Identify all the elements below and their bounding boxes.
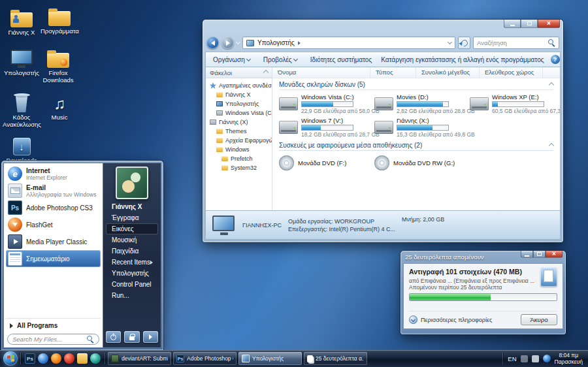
start-item-media-player-classic[interactable]: Media Player Classic (6, 233, 101, 250)
search-box[interactable] (473, 37, 559, 49)
start-item-internet[interactable]: e InternetInternet Explorer (6, 165, 101, 182)
language-indicator[interactable]: EN (508, 355, 516, 362)
views-menu[interactable]: Προβολές (261, 55, 300, 65)
tree-item-prefetch[interactable]: Prefetch (206, 154, 272, 163)
expand-details-button[interactable] (409, 315, 417, 324)
more-info-label[interactable]: Περισσότερες πληροφορίες (421, 317, 492, 323)
capacity-bar (301, 125, 353, 131)
start-search-input[interactable] (12, 336, 87, 343)
start-item-photoshop[interactable]: Ps Adobe Photoshop CS3 (6, 199, 101, 216)
drive-item-x[interactable]: Γιάννης (Χ:)15,3 GB ελεύθερα από 49,8 GB (374, 116, 470, 138)
uninstall-program-button[interactable]: Κατάργηση εγκατάστασης ή αλλαγή ενός προ… (378, 55, 546, 65)
tree-item-program-files[interactable]: Αρχεία Εφαρμογών (206, 136, 272, 145)
copy-dialog-titlebar[interactable]: 25 δευτερόλεπτα απομένουν × (403, 251, 563, 263)
address-dropdown-icon[interactable] (448, 40, 452, 44)
start-item-flashget[interactable]: FlashGet (6, 216, 101, 233)
all-programs-button[interactable]: All Programs (6, 318, 101, 332)
taskbtn-computer[interactable]: Υπολογιστής (238, 352, 302, 365)
back-button[interactable] (206, 37, 219, 49)
system-properties-button[interactable]: Ιδιότητες συστήματος (308, 55, 375, 65)
shutdown-options-button[interactable] (143, 331, 158, 343)
start-right-user[interactable]: Γιάννης Χ (103, 201, 161, 212)
column-header-name[interactable]: Όνομα (272, 67, 370, 78)
desktop-icon-music[interactable]: ♫ Music (41, 90, 78, 121)
folders-header[interactable]: Φάκελοι (206, 67, 272, 78)
quicklaunch-firefox-icon[interactable] (51, 353, 61, 364)
tree-item-windows-vista-c[interactable]: Windows Vista (C) (206, 108, 272, 118)
tray-icon[interactable] (521, 355, 528, 362)
forward-button[interactable] (221, 37, 234, 49)
start-right-music[interactable]: Μουσική (103, 234, 161, 246)
tray-icon[interactable] (532, 355, 539, 362)
group-header-hard-drives[interactable]: Μονάδες σκληρών δίσκων (5) (279, 81, 553, 90)
desktop-icon-user-folder[interactable]: Γιάννης Χ (3, 5, 41, 37)
minimize-button[interactable] (504, 20, 521, 28)
power-button[interactable] (106, 331, 121, 343)
taskbtn-photoshop[interactable]: PsAdobe Photoshop C... (173, 352, 237, 365)
quicklaunch-photoshop-icon[interactable]: Ps (25, 353, 35, 364)
search-input[interactable] (477, 39, 548, 46)
tree-item-themes[interactable]: Themes (206, 127, 272, 136)
close-button[interactable]: × (538, 20, 560, 28)
close-button[interactable]: × (546, 251, 563, 258)
taskbtn-copy-dialog[interactable]: 25 δευτερόλεπτα α... (304, 352, 367, 365)
organize-menu[interactable]: Οργάνωση (210, 55, 253, 65)
maximize-button[interactable] (521, 20, 538, 28)
drive-item-c[interactable]: Windows Vista (C:)22,9 GB ελεύθερα από 5… (279, 93, 374, 114)
tree-item-user[interactable]: Γιάννης Χ (206, 90, 272, 99)
tree-item-favorite-links[interactable]: Αγαπημένες συνδέσεις (206, 81, 272, 90)
breadcrumb-segment[interactable]: Υπολογιστής (257, 39, 295, 46)
explorer-titlebar[interactable]: × (205, 20, 561, 34)
drive-item-d[interactable]: Movies (D:)2,82 GB ελεύθερα από 28,8 GB (374, 93, 470, 114)
quicklaunch-flashget-icon[interactable] (64, 353, 74, 364)
quicklaunch-browser-icon[interactable] (38, 353, 48, 364)
desktop-icon-label: Υπολογιστής (3, 70, 41, 77)
column-header-total-size[interactable]: Συνολικό μέγεθος (416, 67, 480, 78)
start-item-notepad[interactable]: Σημειωματάριο (6, 250, 101, 267)
lock-button[interactable] (124, 331, 139, 343)
quicklaunch-folder-icon[interactable] (77, 353, 88, 364)
collapse-icon[interactable] (549, 142, 554, 148)
desktop-icon-recycle-bin[interactable]: Κάδος Ανακύκλωσης (3, 90, 41, 129)
start-search-box[interactable] (7, 334, 99, 345)
minimize-button[interactable] (521, 251, 533, 258)
start-right-pictures[interactable]: Εικόνες (106, 223, 158, 234)
history-dropdown-icon[interactable] (236, 40, 240, 44)
group-header-removable-media[interactable]: Συσκευές με αφαιρούμενα μέσα αποθήκευσης… (279, 142, 553, 151)
network-tray-icon[interactable] (543, 355, 551, 362)
desktop-icon-downloads[interactable]: ↓ Downloads (3, 133, 41, 165)
drive-item-e[interactable]: Windows XP (E:)60,5 GB ελεύθερα από 67,3… (470, 93, 561, 114)
clock[interactable]: 8:04 πμ Παρασκευή (555, 352, 583, 365)
maximize-button[interactable] (533, 251, 546, 258)
tree-item-computer[interactable]: Υπολογιστής (206, 99, 272, 108)
start-button[interactable] (3, 351, 18, 366)
collapse-icon[interactable] (549, 82, 554, 87)
taskbtn-deviantart[interactable]: deviantART: Submis... (108, 352, 171, 365)
quick-launch: Ps (24, 353, 102, 364)
tree-item-giannis-x[interactable]: Γιάννης (Χ) (206, 118, 272, 127)
start-right-recent-items[interactable]: Recent Items (103, 257, 161, 268)
cancel-button[interactable]: Άκυρο (521, 314, 557, 325)
breadcrumb-chevron-icon[interactable] (298, 41, 301, 45)
desktop-icon-programs[interactable]: Προγράμματα (41, 4, 78, 35)
tree-item-system32[interactable]: System32 (206, 163, 272, 172)
desktop-icon-computer[interactable]: Υπολογιστής (3, 46, 41, 77)
user-avatar[interactable] (116, 167, 148, 199)
start-right-documents[interactable]: Έγγραφα (103, 212, 161, 223)
start-right-control-panel[interactable]: Control Panel (103, 279, 161, 290)
start-right-run[interactable]: Run... (103, 290, 161, 301)
help-button[interactable]: ? (551, 55, 560, 64)
desktop-icon-firefox-downloads[interactable]: Firefox Downloads (39, 46, 77, 84)
refresh-button[interactable] (458, 37, 470, 49)
column-header-type[interactable]: Τύπος (370, 67, 416, 78)
address-bar[interactable]: Υπολογιστής (242, 37, 455, 49)
start-item-email[interactable]: E-mailΑλληλογραφία των Windows (6, 182, 101, 199)
quicklaunch-media-icon[interactable] (90, 353, 101, 364)
column-header-free-space[interactable]: Ελεύθερος χώρος (480, 67, 543, 78)
drive-item-v[interactable]: Windows 7 (V:)18,2 GB ελεύθερα από 28,7 … (279, 116, 374, 138)
start-right-games[interactable]: Παιχνίδια (103, 246, 161, 257)
device-item-dvd-rw-g[interactable]: Μονάδα DVD RW (G:) (374, 153, 470, 172)
tree-item-windows[interactable]: Windows (206, 145, 272, 154)
start-right-computer[interactable]: Υπολογιστής (103, 268, 161, 279)
device-item-dvd-f[interactable]: Μονάδα DVD (F:) (279, 153, 374, 172)
